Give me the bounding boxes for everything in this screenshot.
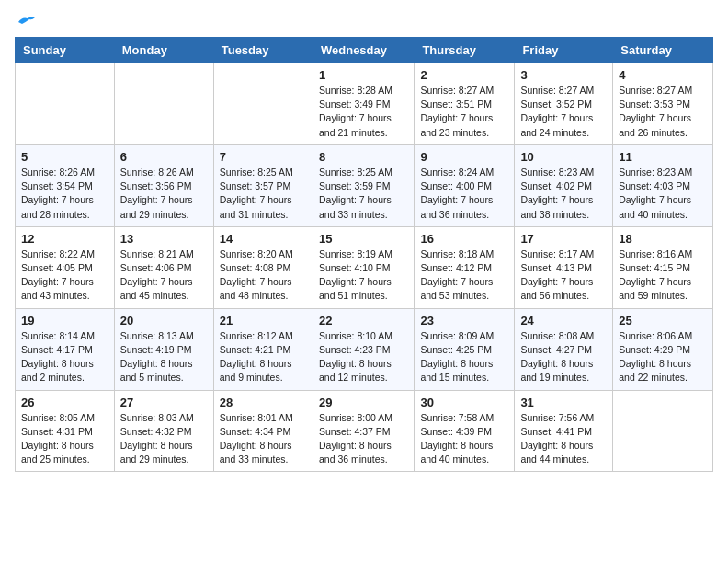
day-number: 25 [619, 314, 707, 327]
day-number: 18 [619, 232, 707, 246]
day-number: 22 [319, 314, 408, 327]
sunset-text: Sunset: 4:31 PM [21, 426, 93, 437]
cell-content: Sunrise: 8:27 AM Sunset: 3:51 PM Dayligh… [420, 84, 508, 140]
sunrise-text: Sunrise: 8:23 AM [619, 167, 692, 178]
day-number: 3 [520, 68, 607, 82]
day-number: 11 [619, 150, 707, 164]
sunrise-text: Sunrise: 8:23 AM [520, 167, 594, 178]
calendar-week-row: 26 Sunrise: 8:05 AM Sunset: 4:31 PM Dayl… [16, 390, 713, 472]
sunset-text: Sunset: 4:23 PM [319, 344, 391, 355]
sunset-text: Sunset: 4:29 PM [619, 344, 690, 355]
daylight-text: Daylight: 7 hours and 45 minutes. [120, 276, 193, 301]
sunset-text: Sunset: 3:54 PM [21, 180, 93, 191]
sunrise-text: Sunrise: 7:56 AM [520, 412, 594, 423]
calendar-cell: 22 Sunrise: 8:10 AM Sunset: 4:23 PM Dayl… [313, 308, 414, 390]
calendar-week-row: 19 Sunrise: 8:14 AM Sunset: 4:17 PM Dayl… [16, 308, 713, 390]
calendar-cell: 23 Sunrise: 8:09 AM Sunset: 4:25 PM Dayl… [415, 308, 515, 390]
cell-content: Sunrise: 8:23 AM Sunset: 4:02 PM Dayligh… [520, 166, 607, 222]
cell-content: Sunrise: 8:14 AM Sunset: 4:17 PM Dayligh… [21, 329, 108, 385]
day-number: 5 [21, 150, 108, 164]
calendar-cell: 9 Sunrise: 8:24 AM Sunset: 4:00 PM Dayli… [415, 144, 515, 226]
calendar-cell: 7 Sunrise: 8:25 AM Sunset: 3:57 PM Dayli… [213, 144, 313, 226]
sunset-text: Sunset: 4:05 PM [21, 262, 93, 273]
daylight-text: Daylight: 7 hours and 31 minutes. [220, 194, 292, 219]
sunset-text: Sunset: 4:10 PM [319, 262, 391, 273]
sunset-text: Sunset: 4:21 PM [220, 344, 291, 355]
calendar-table: SundayMondayTuesdayWednesdayThursdayFrid… [15, 37, 713, 472]
logo [15, 15, 39, 26]
calendar-cell: 13 Sunrise: 8:21 AM Sunset: 4:06 PM Dayl… [114, 226, 213, 308]
sunrise-text: Sunrise: 8:27 AM [619, 85, 692, 96]
weekday-header: Saturday [613, 38, 713, 63]
daylight-text: Daylight: 7 hours and 36 minutes. [420, 194, 493, 219]
day-number: 13 [120, 232, 208, 246]
day-number: 14 [220, 232, 307, 246]
daylight-text: Daylight: 7 hours and 43 minutes. [21, 276, 94, 301]
cell-content: Sunrise: 8:24 AM Sunset: 4:00 PM Dayligh… [420, 166, 508, 222]
sunrise-text: Sunrise: 8:24 AM [420, 167, 494, 178]
day-number: 27 [120, 396, 208, 409]
calendar-cell: 11 Sunrise: 8:23 AM Sunset: 4:03 PM Dayl… [613, 144, 713, 226]
daylight-text: Daylight: 8 hours and 19 minutes. [520, 358, 593, 383]
cell-content: Sunrise: 7:58 AM Sunset: 4:39 PM Dayligh… [420, 411, 508, 467]
sunset-text: Sunset: 4:02 PM [520, 180, 592, 191]
cell-content: Sunrise: 8:27 AM Sunset: 3:53 PM Dayligh… [619, 84, 707, 140]
logo-bird-icon [17, 15, 37, 29]
sunset-text: Sunset: 3:52 PM [520, 98, 592, 109]
sunset-text: Sunset: 4:17 PM [21, 344, 93, 355]
sunrise-text: Sunrise: 8:25 AM [319, 167, 392, 178]
cell-content: Sunrise: 8:17 AM Sunset: 4:13 PM Dayligh… [520, 247, 607, 304]
calendar-cell: 25 Sunrise: 8:06 AM Sunset: 4:29 PM Dayl… [613, 308, 713, 390]
day-number: 16 [420, 232, 508, 246]
calendar-cell: 10 Sunrise: 8:23 AM Sunset: 4:02 PM Dayl… [515, 144, 613, 226]
sunrise-text: Sunrise: 8:03 AM [120, 412, 194, 423]
weekday-header: Wednesday [313, 38, 414, 63]
sunset-text: Sunset: 4:12 PM [420, 262, 492, 273]
cell-content: Sunrise: 8:21 AM Sunset: 4:06 PM Dayligh… [120, 247, 208, 304]
cell-content: Sunrise: 8:00 AM Sunset: 4:37 PM Dayligh… [319, 411, 408, 467]
calendar-cell: 26 Sunrise: 8:05 AM Sunset: 4:31 PM Dayl… [16, 390, 115, 472]
daylight-text: Daylight: 7 hours and 23 minutes. [420, 112, 493, 137]
daylight-text: Daylight: 7 hours and 38 minutes. [520, 194, 593, 219]
cell-content: Sunrise: 8:12 AM Sunset: 4:21 PM Dayligh… [220, 329, 307, 385]
sunset-text: Sunset: 4:03 PM [619, 180, 690, 191]
sunset-text: Sunset: 4:19 PM [120, 344, 192, 355]
sunrise-text: Sunrise: 8:27 AM [420, 85, 494, 96]
sunset-text: Sunset: 4:15 PM [619, 262, 690, 273]
calendar-cell: 19 Sunrise: 8:14 AM Sunset: 4:17 PM Dayl… [16, 308, 115, 390]
weekday-header: Sunday [16, 38, 115, 63]
cell-content: Sunrise: 8:10 AM Sunset: 4:23 PM Dayligh… [319, 329, 408, 385]
weekday-header: Thursday [415, 38, 515, 63]
sunset-text: Sunset: 4:37 PM [319, 426, 391, 437]
calendar-cell: 20 Sunrise: 8:13 AM Sunset: 4:19 PM Dayl… [114, 308, 213, 390]
daylight-text: Daylight: 7 hours and 28 minutes. [21, 194, 94, 219]
day-number: 2 [420, 68, 508, 82]
calendar-week-row: 5 Sunrise: 8:26 AM Sunset: 3:54 PM Dayli… [16, 144, 713, 226]
sunset-text: Sunset: 4:39 PM [420, 426, 492, 437]
calendar-cell: 28 Sunrise: 8:01 AM Sunset: 4:34 PM Dayl… [213, 390, 313, 472]
daylight-text: Daylight: 8 hours and 22 minutes. [619, 358, 691, 383]
sunset-text: Sunset: 4:06 PM [120, 262, 192, 273]
cell-content: Sunrise: 8:20 AM Sunset: 4:08 PM Dayligh… [220, 247, 307, 304]
daylight-text: Daylight: 8 hours and 5 minutes. [120, 358, 193, 383]
day-number: 19 [21, 314, 108, 327]
day-number: 6 [120, 150, 208, 164]
calendar-cell: 8 Sunrise: 8:25 AM Sunset: 3:59 PM Dayli… [313, 144, 414, 226]
daylight-text: Daylight: 7 hours and 48 minutes. [220, 276, 292, 301]
daylight-text: Daylight: 8 hours and 36 minutes. [319, 440, 392, 465]
calendar-cell [613, 390, 713, 472]
weekday-header: Tuesday [213, 38, 313, 63]
cell-content: Sunrise: 8:25 AM Sunset: 3:59 PM Dayligh… [319, 166, 408, 222]
calendar-week-row: 12 Sunrise: 8:22 AM Sunset: 4:05 PM Dayl… [16, 226, 713, 308]
weekday-header: Friday [515, 38, 613, 63]
daylight-text: Daylight: 8 hours and 15 minutes. [420, 358, 493, 383]
daylight-text: Daylight: 7 hours and 40 minutes. [619, 194, 691, 219]
day-number: 30 [420, 396, 508, 409]
sunset-text: Sunset: 4:25 PM [420, 344, 492, 355]
cell-content: Sunrise: 8:23 AM Sunset: 4:03 PM Dayligh… [619, 166, 707, 222]
calendar-cell: 24 Sunrise: 8:08 AM Sunset: 4:27 PM Dayl… [515, 308, 613, 390]
calendar-cell: 6 Sunrise: 8:26 AM Sunset: 3:56 PM Dayli… [114, 144, 213, 226]
sunrise-text: Sunrise: 8:18 AM [420, 248, 494, 259]
day-number: 17 [520, 232, 607, 246]
cell-content: Sunrise: 7:56 AM Sunset: 4:41 PM Dayligh… [520, 411, 607, 467]
